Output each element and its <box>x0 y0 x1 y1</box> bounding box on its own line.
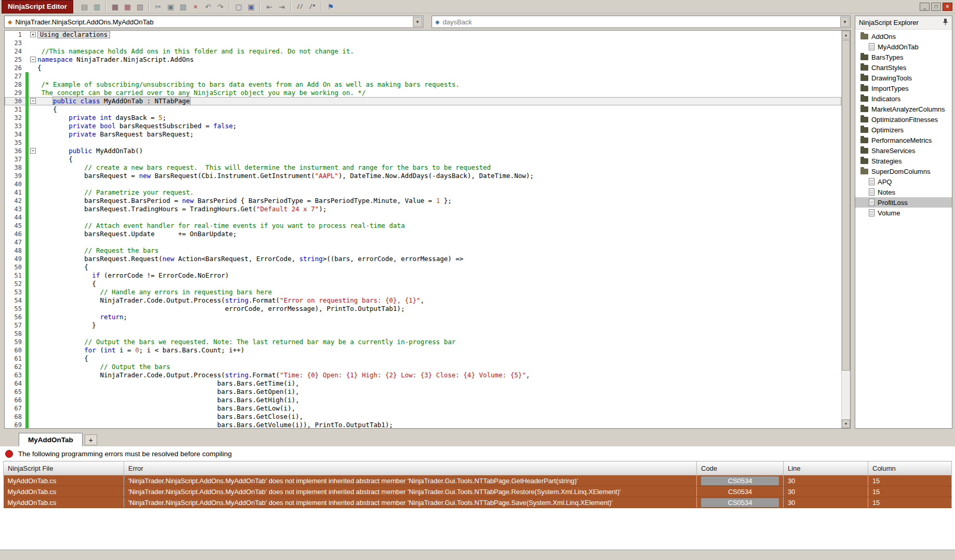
fold-toggle[interactable]: − <box>30 97 37 105</box>
code-line[interactable]: 23 <box>5 39 841 47</box>
explorer-item-barstypes[interactable]: BarsTypes <box>855 52 952 62</box>
save-all-icon[interactable]: ▥ <box>91 1 103 12</box>
code-line[interactable]: 45 // Attach event handler for real-time… <box>5 222 841 230</box>
code-line[interactable]: 57 } <box>5 321 841 330</box>
code-line[interactable]: 62 // Output the bars <box>5 363 841 371</box>
code-line[interactable]: 35 <box>5 139 841 147</box>
code-line[interactable]: 39 barsRequest = new BarsRequest(Cbi.Ins… <box>5 172 841 180</box>
error-row[interactable]: MyAddOnTab.cs'NinjaTrader.NinjaScript.Ad… <box>4 486 952 497</box>
code-line[interactable]: 49 barsRequest.Request(new Action<BarsRe… <box>5 255 841 263</box>
code-line[interactable]: 47 <box>5 238 841 247</box>
code-line[interactable]: 30− public class MyAddOnTab : NTTabPage <box>5 97 841 105</box>
minimize-button[interactable]: _ <box>920 3 930 11</box>
explorer-item-marketanalyzercolumns[interactable]: MarketAnalyzerColumns <box>855 104 952 114</box>
scrollbar-track[interactable] <box>842 39 850 419</box>
fold-toggle[interactable]: − <box>30 147 37 155</box>
explorer-item-addons[interactable]: AddOns <box>855 31 952 42</box>
code-line[interactable]: 43 barsRequest.TradingHours = TradingHou… <box>5 205 841 213</box>
print-icon[interactable]: ▦ <box>109 1 121 12</box>
pin-icon[interactable] <box>943 18 948 27</box>
code-line[interactable]: 55 errorCode, errorMessage), PrintTo.Out… <box>5 305 841 313</box>
code-line[interactable]: 65 bars.Bars.GetOpen(i), <box>5 388 841 396</box>
error-row[interactable]: MyAddOnTab.cs'NinjaTrader.NinjaScript.Ad… <box>4 497 952 508</box>
page-setup-icon[interactable]: ▧ <box>134 1 146 12</box>
code-line[interactable]: 53 // Handle any errors in requesting ba… <box>5 288 841 296</box>
code-line[interactable]: 51 if (errorCode != ErrorCode.NoError) <box>5 271 841 280</box>
undo-icon[interactable]: ↶ <box>202 1 214 12</box>
code-line[interactable]: 46 barsRequest.Update += OnBarUpdate; <box>5 230 841 238</box>
redo-icon[interactable]: ↷ <box>214 1 226 12</box>
fold-toggle[interactable]: − <box>30 56 37 64</box>
code-line[interactable]: 42 barsRequest.BarsPeriod = new BarsPeri… <box>5 197 841 205</box>
cut-icon[interactable]: ✂ <box>152 1 164 12</box>
collapsed-region[interactable]: Using declarations <box>37 31 110 38</box>
code-line[interactable]: 24 //This namespace holds Add ons in thi… <box>5 47 841 56</box>
code-line[interactable]: 27 <box>5 72 841 80</box>
column-header-line[interactable]: Line <box>784 461 868 475</box>
code-line[interactable]: 28 /* Example of subscribing/unsubscribi… <box>5 80 841 89</box>
explorer-item-strategies[interactable]: Strategies <box>855 156 952 166</box>
code-line[interactable]: 38 // create a new bars request. This wi… <box>5 163 841 172</box>
explorer-item-performancemetrics[interactable]: PerformanceMetrics <box>855 135 952 145</box>
code-line[interactable]: 58 <box>5 330 841 338</box>
code-line[interactable]: 25−namespace NinjaTrader.NinjaScript.Add… <box>5 56 841 64</box>
error-row[interactable]: MyAddOnTab.cs'NinjaTrader.NinjaScript.Ad… <box>4 475 952 486</box>
code-editor[interactable]: 1+Using declarations2324 //This namespac… <box>4 30 851 429</box>
code-line[interactable]: 1+Using declarations <box>5 31 841 39</box>
code-line[interactable]: 36− public MyAddOnTab() <box>5 147 841 155</box>
code-line[interactable]: 26{ <box>5 64 841 72</box>
code-line[interactable]: 59 // Output the bars we requested. Note… <box>5 338 841 346</box>
uncomment-icon[interactable]: /* <box>306 1 318 12</box>
code-line[interactable]: 48 // Request the bars <box>5 247 841 255</box>
close-button[interactable]: × <box>943 3 952 11</box>
editor-vertical-scrollbar[interactable] <box>841 31 850 428</box>
add-tab-button[interactable]: + <box>85 434 97 445</box>
explorer-item-drawingtools[interactable]: DrawingTools <box>855 73 952 83</box>
delete-icon[interactable]: × <box>190 1 201 12</box>
column-header-error[interactable]: Error <box>124 461 697 475</box>
explorer-item-notes[interactable]: Notes <box>855 187 952 197</box>
code-line[interactable]: 52 { <box>5 280 841 288</box>
code-line[interactable]: 60 for (int i = 0; i < bars.Bars.Count; … <box>5 346 841 354</box>
explorer-item-apq[interactable]: APQ <box>855 176 952 187</box>
member-selector-dropdown[interactable]: ◆ daysBack <box>432 16 851 28</box>
explorer-item-indicators[interactable]: Indicators <box>855 93 952 104</box>
chevron-down-icon[interactable] <box>413 17 422 27</box>
chevron-down-icon[interactable] <box>840 17 850 27</box>
code-line[interactable]: 40 <box>5 180 841 188</box>
code-line[interactable]: 68 bars.Bars.GetClose(i), <box>5 413 841 421</box>
column-header-code[interactable]: Code <box>697 461 784 475</box>
code-line[interactable]: 54 NinjaTrader.Code.Output.Process(strin… <box>5 296 841 305</box>
explorer-item-optimizationfitnesses[interactable]: OptimizationFitnesses <box>855 114 952 125</box>
code-line[interactable]: 32 private int daysBack = 5; <box>5 114 841 122</box>
column-header-file[interactable]: NinjaScript File <box>4 461 124 475</box>
save-icon[interactable]: ▤ <box>78 1 90 12</box>
explorer-item-shareservices[interactable]: ShareServices <box>855 145 952 156</box>
outdent-icon[interactable]: ⇤ <box>263 1 275 12</box>
code-line[interactable]: 50 { <box>5 263 841 271</box>
tab-myaddontab[interactable]: MyAddOnTab <box>19 433 83 446</box>
explorer-item-importtypes[interactable]: ImportTypes <box>855 83 952 93</box>
paste-icon[interactable]: ▨ <box>177 1 189 12</box>
code-line[interactable]: 44 <box>5 213 841 222</box>
code-line[interactable]: 67 bars.Bars.GetLow(i), <box>5 404 841 413</box>
indent-icon[interactable]: ⇥ <box>276 1 288 12</box>
scroll-up-button[interactable] <box>842 31 850 39</box>
code-line[interactable]: 61 { <box>5 354 841 363</box>
explorer-item-superdomcolumns[interactable]: SuperDomColumns <box>855 166 952 176</box>
column-header-column[interactable]: Column <box>868 461 952 475</box>
code-line[interactable]: 33 private bool barsRequestSubscribed = … <box>5 122 841 130</box>
code-line[interactable]: 41 // Parametrize your request. <box>5 188 841 197</box>
explorer-item-profitloss[interactable]: ProfitLoss <box>855 197 952 208</box>
new-script-icon[interactable]: ▢ <box>233 1 245 12</box>
code-line[interactable]: 63 NinjaTrader.Code.Output.Process(strin… <box>5 371 841 379</box>
explorer-item-volume[interactable]: Volume <box>855 208 952 218</box>
maximize-button[interactable]: □ <box>931 3 941 11</box>
compile-icon[interactable]: ⚑ <box>325 1 337 12</box>
copy-icon[interactable]: ▣ <box>165 1 177 12</box>
class-selector-dropdown[interactable]: ◆ NinjaTrader.NinjaScript.AddOns.MyAddOn… <box>4 16 423 28</box>
comment-icon[interactable]: // <box>294 1 306 12</box>
code-line[interactable]: 66 bars.Bars.GetHigh(i), <box>5 396 841 404</box>
print-preview-icon[interactable]: ▦ <box>122 1 133 12</box>
code-line[interactable]: 69 bars.Bars.GetVolume(i)), PrintTo.Outp… <box>5 421 841 428</box>
